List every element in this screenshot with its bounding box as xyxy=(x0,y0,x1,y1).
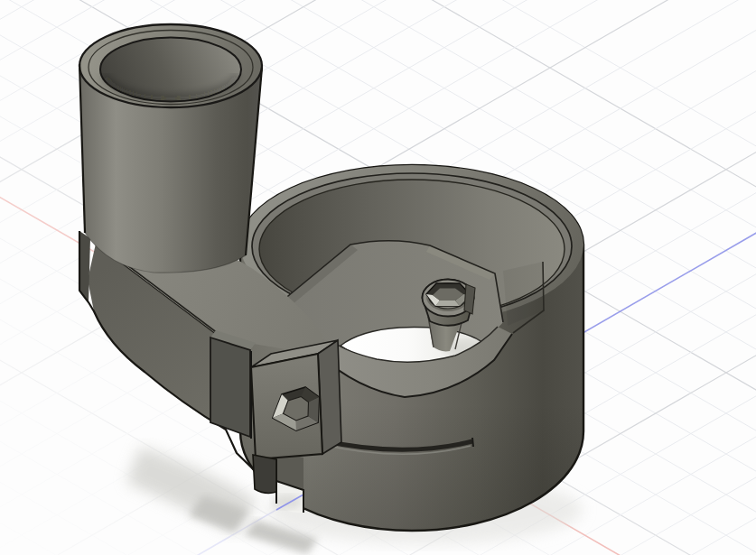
ear-lower-leg xyxy=(253,455,276,493)
scene-canvas[interactable] xyxy=(0,0,756,555)
cad-viewport[interactable] xyxy=(0,0,756,555)
rear-ear-front[interactable] xyxy=(210,338,250,437)
rear-clamp-ear[interactable] xyxy=(210,330,256,439)
slit-end-cap xyxy=(472,438,473,447)
hex-socket-screw[interactable] xyxy=(423,280,476,326)
cylindrical-boss[interactable] xyxy=(79,24,262,273)
